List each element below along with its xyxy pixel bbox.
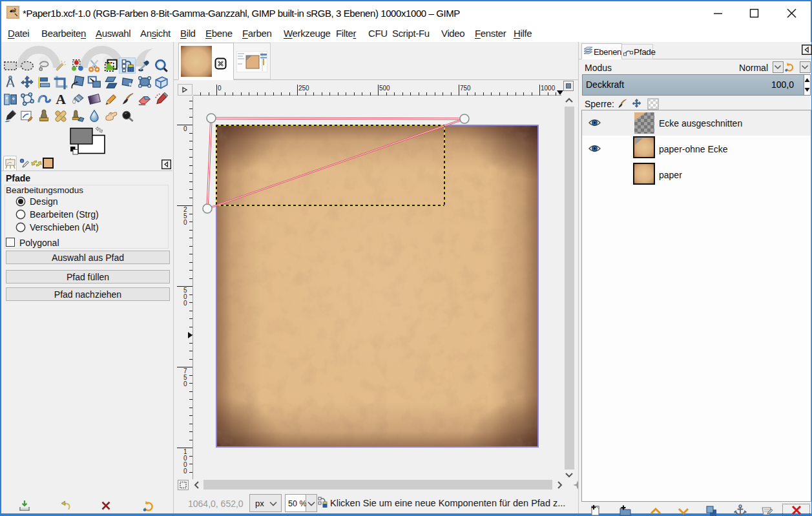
- svg-text:A: A: [56, 92, 66, 107]
- svg-text:i: i: [21, 159, 22, 163]
